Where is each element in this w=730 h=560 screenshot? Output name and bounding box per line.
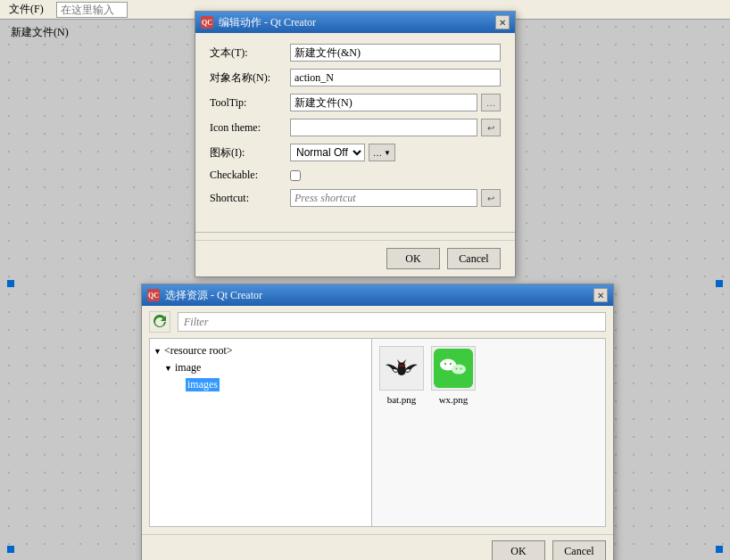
edit-dialog-separator bbox=[195, 232, 515, 233]
shortcut-reset-btn[interactable]: ↩ bbox=[481, 189, 501, 207]
checkable-checkbox[interactable] bbox=[290, 170, 301, 181]
bat-icon bbox=[384, 350, 419, 386]
chevron-down-icon: ▼ bbox=[384, 149, 391, 157]
resource-tree: ▼ <resource root> ▼ image images bbox=[149, 338, 372, 527]
tree-image-label: image bbox=[175, 361, 201, 375]
image-thumb-wx[interactable]: wx.png bbox=[431, 346, 476, 405]
form-row-shortcut: Shortcut: ↩ bbox=[210, 189, 501, 207]
form-row-text: 文本(T): bbox=[210, 44, 501, 62]
icon-theme-reset-btn[interactable]: ↩ bbox=[481, 119, 501, 136]
resource-cancel-button[interactable]: Cancel bbox=[552, 540, 606, 560]
tree-arrow-root: ▼ bbox=[153, 347, 164, 356]
menu-file[interactable]: 文件(F) bbox=[4, 0, 49, 19]
bat-label: bat.png bbox=[387, 394, 417, 405]
edit-dialog-icon: QC bbox=[201, 16, 213, 29]
resource-titlebar[interactable]: QC 选择资源 - Qt Creator ✕ bbox=[142, 284, 613, 306]
object-label: 对象名称(N): bbox=[210, 70, 290, 86]
image-thumb-bat[interactable]: bat.png bbox=[379, 346, 424, 405]
tree-arrow-image: ▼ bbox=[164, 364, 175, 373]
form-row-checkable: Checkable: bbox=[210, 169, 501, 182]
svg-point-7 bbox=[444, 363, 446, 365]
corner-marker-bl bbox=[7, 546, 14, 553]
resource-dialog-close[interactable]: ✕ bbox=[593, 288, 608, 302]
svg-point-2 bbox=[400, 365, 402, 366]
new-file-label: 新建文件(N) bbox=[11, 25, 69, 40]
icon-theme-input[interactable] bbox=[290, 119, 477, 136]
checkable-label: Checkable: bbox=[210, 169, 290, 182]
edit-dialog-title: 编辑动作 - Qt Creator bbox=[219, 15, 490, 30]
svg-point-8 bbox=[450, 363, 452, 365]
tooltip-more-btn[interactable]: … bbox=[481, 94, 501, 111]
icon-theme-label: Icon theme: bbox=[210, 121, 290, 135]
svg-point-6 bbox=[452, 365, 466, 375]
tree-item-images[interactable]: images bbox=[153, 376, 368, 393]
svg-point-9 bbox=[456, 368, 458, 370]
bat-image-box bbox=[379, 346, 424, 391]
edit-cancel-button[interactable]: Cancel bbox=[447, 248, 501, 269]
corner-marker-ml bbox=[7, 280, 14, 287]
tree-root-label: <resource root> bbox=[164, 344, 233, 358]
form-row-icon: 图标(I): Normal Off … ▼ bbox=[210, 144, 501, 161]
icon-label: 图标(I): bbox=[210, 145, 290, 161]
resource-dialog-icon: QC bbox=[147, 289, 160, 301]
wx-icon bbox=[434, 349, 473, 388]
svg-point-10 bbox=[460, 368, 462, 370]
form-row-tooltip: ToolTip: … bbox=[210, 94, 501, 111]
corner-marker-mr bbox=[716, 280, 723, 287]
menu-input[interactable] bbox=[56, 2, 128, 18]
edit-ok-button[interactable]: OK bbox=[386, 248, 440, 269]
tree-images-label[interactable]: images bbox=[186, 378, 220, 391]
wx-label: wx.png bbox=[439, 394, 469, 405]
resource-ok-button[interactable]: OK bbox=[492, 540, 545, 560]
tree-item-image[interactable]: ▼ image bbox=[153, 359, 368, 376]
tree-item-root[interactable]: ▼ <resource root> bbox=[153, 342, 368, 359]
icon-browse-btn[interactable]: … ▼ bbox=[369, 144, 395, 161]
resource-dialog-title: 选择资源 - Qt Creator bbox=[165, 288, 588, 303]
refresh-icon bbox=[153, 315, 167, 329]
edit-dialog-close[interactable]: ✕ bbox=[495, 15, 510, 29]
resource-footer: OK Cancel bbox=[142, 534, 613, 560]
shortcut-input[interactable] bbox=[290, 189, 477, 207]
shortcut-label: Shortcut: bbox=[210, 192, 290, 205]
text-label: 文本(T): bbox=[210, 45, 290, 61]
form-row-icon-theme: Icon theme: ↩ bbox=[210, 119, 501, 136]
form-row-object: 对象名称(N): bbox=[210, 69, 501, 86]
svg-point-3 bbox=[402, 365, 404, 366]
resource-toolbar bbox=[142, 306, 613, 338]
filter-input[interactable] bbox=[178, 312, 606, 332]
resource-dialog: QC 选择资源 - Qt Creator ✕ ▼ <resource root>… bbox=[141, 284, 614, 560]
edit-action-dialog: QC 编辑动作 - Qt Creator ✕ 文本(T): 对象名称(N): T… bbox=[195, 11, 516, 277]
edit-dialog-body: 文本(T): 对象名称(N): ToolTip: … Icon theme: ↩… bbox=[195, 33, 515, 225]
resource-preview: bat.png bbox=[372, 338, 606, 527]
icon-select[interactable]: Normal Off bbox=[290, 144, 365, 161]
icon-controls: Normal Off … ▼ bbox=[290, 144, 501, 161]
text-input[interactable] bbox=[290, 44, 501, 62]
tooltip-label: ToolTip: bbox=[210, 96, 290, 110]
wx-image-box bbox=[431, 346, 476, 391]
edit-dialog-footer: OK Cancel bbox=[195, 240, 515, 276]
object-input[interactable] bbox=[290, 69, 501, 86]
tooltip-input[interactable] bbox=[290, 94, 477, 111]
refresh-button[interactable] bbox=[149, 311, 170, 333]
edit-dialog-titlebar[interactable]: QC 编辑动作 - Qt Creator ✕ bbox=[195, 12, 515, 33]
corner-marker-br bbox=[716, 546, 723, 553]
resource-main: ▼ <resource root> ▼ image images bbox=[142, 338, 613, 534]
